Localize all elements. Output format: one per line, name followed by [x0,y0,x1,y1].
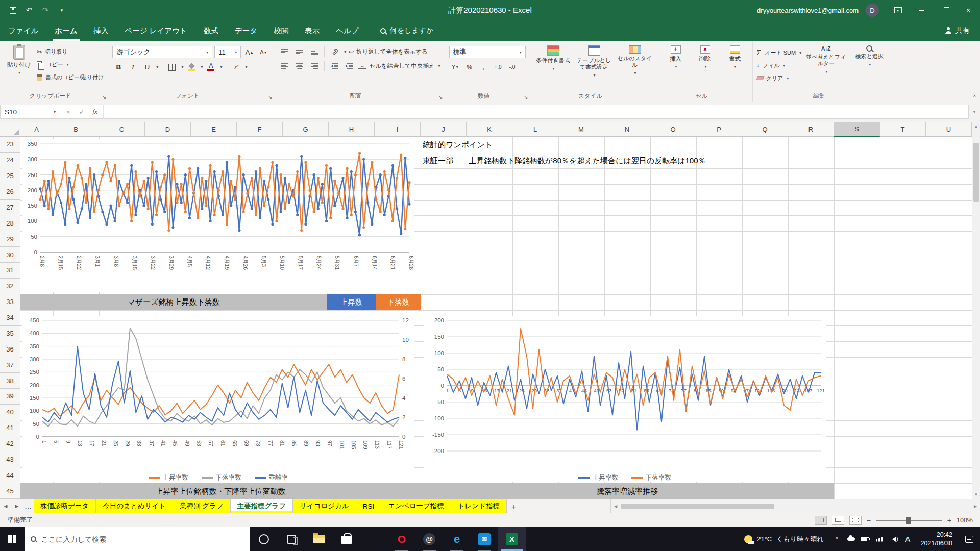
column-header-Q[interactable]: Q [742,122,788,137]
font-color-button[interactable]: A [205,61,217,73]
sheet-tab-1[interactable]: 今日のまとめサイト [96,499,173,513]
format-painter-button[interactable]: 書式のコピー/貼り付け [37,72,104,82]
align-right-button[interactable] [308,60,321,71]
column-header-K[interactable]: K [467,122,512,137]
align-top-button[interactable] [278,46,291,57]
column-header-A[interactable]: A [20,122,53,137]
collapse-ribbon-button[interactable]: ^ [973,94,976,101]
row-header-43[interactable]: 43 [0,452,20,468]
expand-formula-bar-button[interactable]: ▾ [969,109,980,114]
sheet-tab-2[interactable]: 業種別 グラフ [173,499,231,513]
row-header-31[interactable]: 31 [0,263,20,279]
ribbon-tab-5[interactable]: データ [227,20,265,41]
row-header-28[interactable]: 28 [0,215,20,231]
ribbon-tab-7[interactable]: 表示 [297,20,328,41]
format-as-table-button[interactable]: テーブルとして書式設定 ▾ [575,43,613,79]
merge-center-button[interactable]: ↔セルを結合して中央揃え▾ [358,60,440,71]
italic-button[interactable]: I [127,61,139,73]
font-dialog-launcher[interactable]: ↘ [268,95,272,100]
row-header-37[interactable]: 37 [0,357,20,373]
cell-styles-button[interactable]: セルのスタイル ▾ [616,43,654,77]
column-header-L[interactable]: L [512,122,558,137]
ribbon-display-options-button[interactable]: ▾ [886,0,910,20]
scroll-right-icon[interactable]: ▶ [972,504,979,509]
number-format-combo[interactable]: 標準▾ [449,46,526,58]
row-header-45[interactable]: 45 [0,483,20,499]
taskbar-clock[interactable]: 20:42 2021/06/30 [914,531,959,547]
top-movers-chart[interactable]: 0501001502002503003504004500246810121591… [22,316,414,482]
qat-customize-button[interactable]: ▾ [54,3,69,18]
sheet-tab-0[interactable]: 株価診断データ [34,499,96,513]
sheet-tab-6[interactable]: エンベロープ指標 [381,499,451,513]
ribbon-tab-6[interactable]: 校閲 [265,20,297,41]
row-header-27[interactable]: 27 [0,200,20,216]
alignment-dialog-launcher[interactable]: ↘ [438,95,443,100]
column-header-B[interactable]: B [53,122,99,137]
sort-filter-button[interactable]: A↓Z 並べ替えとフィルター ▾ [804,43,847,75]
sheet-tab-overflow[interactable]: … [22,499,34,513]
column-header-F[interactable]: F [237,122,283,137]
row-header-36[interactable]: 36 [0,341,20,357]
column-header-R[interactable]: R [788,122,834,137]
column-header-P[interactable]: P [696,122,742,137]
taskbar-icon-excel[interactable]: X [498,527,526,551]
row-header-35[interactable]: 35 [0,326,20,342]
cancel-button[interactable]: × [62,108,75,116]
scroll-up-icon[interactable]: ▲ [972,122,980,131]
clear-button[interactable]: クリア▾ [757,73,802,83]
decrease-decimal-button[interactable]: -.0 [506,61,519,73]
taskbar-icon-edge[interactable]: e [443,527,471,551]
ribbon-tab-4[interactable]: 数式 [195,20,227,41]
furigana-button[interactable]: ア [230,61,242,73]
undo-button[interactable]: ↶ [21,3,37,18]
row-header-32[interactable]: 32 [0,279,20,294]
font-size-combo[interactable]: 11▾ [214,46,241,58]
number-dialog-launcher[interactable]: ↘ [524,95,528,100]
row-header-29[interactable]: 29 [0,231,20,247]
autosum-button[interactable]: Σオート SUM▾ [757,47,802,58]
ime-indicator[interactable]: A [901,535,914,543]
enter-button[interactable]: ✓ [76,108,88,116]
decrease-indent-button[interactable]: ◂ [328,60,341,71]
column-header-T[interactable]: T [880,122,926,137]
taskbar-icon-people[interactable]: @ [415,527,443,551]
battery-icon[interactable] [858,537,872,541]
orientation-button[interactable]: ab [328,46,341,57]
sheet-tab-3[interactable]: 主要指標グラフ [231,499,293,513]
column-header-I[interactable]: I [375,122,421,137]
align-center-button[interactable] [293,60,306,71]
taskbar-icon-store[interactable] [333,527,360,551]
taskbar-icon-opera[interactable]: O [388,527,415,551]
currency-format-button[interactable]: ¥▾ [449,61,461,73]
column-header-N[interactable]: N [604,122,650,137]
sheet-nav-right-button[interactable]: ▶ [11,499,22,513]
conditional-formatting-button[interactable]: 条件付き書式 ▾ [534,43,572,72]
mothers-updown-chart[interactable]: 0501001502002503003502月82月152月223月13月83月… [22,139,414,292]
align-middle-button[interactable] [293,46,306,57]
row-header-39[interactable]: 39 [0,389,20,405]
page-break-view-button[interactable] [849,516,862,525]
horizontal-scrollbar-thumb[interactable] [621,504,774,509]
column-header-S[interactable]: S [834,122,880,137]
row-header-23[interactable]: 23 [0,137,20,153]
column-header-D[interactable]: D [145,122,191,137]
row-header-33[interactable]: 33 [0,294,20,310]
ribbon-tab-0[interactable]: ファイル [0,20,46,41]
zoom-level[interactable]: 100% [957,517,973,524]
font-name-combo[interactable]: 游ゴシック▾ [112,46,212,58]
taskbar-search[interactable] [24,527,250,551]
save-button[interactable] [5,3,20,18]
row-header-40[interactable]: 40 [0,405,20,420]
increase-font-button[interactable]: A▲ [243,46,255,58]
cell-K24[interactable]: 上昇銘柄数下降銘柄数が80％を超えた場合には翌日の反転率は100％ [469,153,706,168]
row-header-26[interactable]: 26 [0,184,20,200]
taskbar-icon-task-view[interactable] [278,527,305,551]
sheet-nav-left-button[interactable]: ◀ [0,499,11,513]
zoom-in-button[interactable]: + [947,516,951,524]
column-header-U[interactable]: U [926,122,972,137]
account-email[interactable]: dryyourtearswithlove1@gmail.com [757,7,859,14]
row-header-41[interactable]: 41 [0,420,20,436]
cell-J24[interactable]: 東証一部 [423,153,453,168]
ribbon-tab-2[interactable]: 挿入 [86,20,117,41]
row-header-25[interactable]: 25 [0,168,20,184]
